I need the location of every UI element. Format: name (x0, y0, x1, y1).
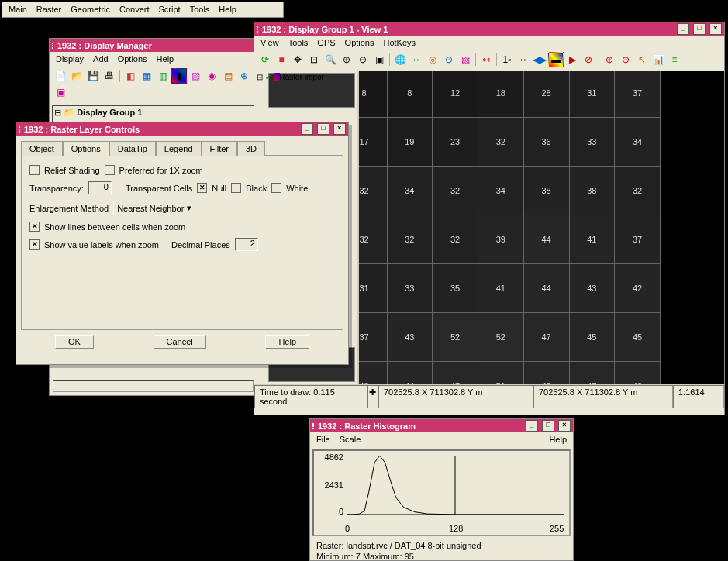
target-out-icon[interactable]: ⊖ (618, 52, 633, 67)
view-titlebar[interactable]: 1932 : Display Group 1 - View 1 _ □ × (254, 22, 724, 36)
new-icon[interactable]: 📄 (53, 68, 68, 84)
hist-menu-help[interactable]: Help (549, 435, 567, 444)
view-menu-view[interactable]: View (260, 38, 279, 47)
rlc-close-icon[interactable]: × (333, 123, 346, 135)
hist-minimize-icon[interactable]: _ (526, 420, 538, 432)
tab-options[interactable]: Options (63, 141, 109, 156)
view-menu-tools[interactable]: Tools (288, 38, 309, 47)
enlargement-dropdown[interactable]: Nearest Neighbor ▾ (113, 201, 195, 215)
add-layer-icon[interactable]: ◧ (122, 68, 138, 84)
menu-main[interactable]: Main (9, 5, 27, 14)
blue-arrow-icon[interactable]: ◀▶ (532, 52, 547, 67)
pref-zoom-checkbox[interactable] (105, 165, 115, 175)
palette2-icon[interactable]: ▬ (548, 52, 564, 67)
geolock-icon[interactable]: ⊙ (441, 52, 457, 67)
tree-group-label[interactable]: Display Group 1 (77, 108, 142, 117)
sync-icon[interactable]: ↔ (409, 52, 424, 67)
minimize-icon[interactable]: _ (677, 23, 689, 35)
black-checkbox[interactable] (231, 183, 241, 193)
view-menu-hotkeys[interactable]: HotKeys (384, 38, 416, 47)
tab-filter[interactable]: Filter (202, 141, 237, 156)
open-icon[interactable]: 📂 (69, 68, 85, 84)
zoom-in-icon[interactable]: ⊕ (339, 52, 354, 67)
zoom-prev-icon[interactable]: 🔍 (323, 52, 338, 67)
tab-legend[interactable]: Legend (156, 141, 202, 156)
region-icon[interactable]: ▧ (188, 68, 203, 84)
dm-h-scrollbar[interactable] (53, 380, 254, 392)
hist-close-icon[interactable]: × (558, 420, 571, 432)
palette-icon[interactable]: ▮ (171, 68, 187, 84)
tab-object[interactable]: Object (21, 141, 63, 156)
zoom-box-icon[interactable]: ▣ (371, 52, 387, 67)
stop-icon[interactable]: ■ (274, 52, 289, 67)
cell-value: 31 (569, 71, 615, 118)
thumb-expand-icon[interactable]: ⊟ (257, 73, 263, 81)
status-draw-time: Time to draw: 0.115 second (254, 385, 367, 408)
menu-help[interactable]: Help (219, 5, 236, 14)
hist-menu-scale[interactable]: Scale (340, 435, 361, 444)
arrow-left-icon[interactable]: ↤ (478, 52, 494, 67)
display-manager-titlebar[interactable]: 1932 : Display Manager (50, 39, 257, 52)
ok-button[interactable]: OK (55, 335, 94, 349)
add-group-icon[interactable]: ▥ (155, 68, 171, 84)
cancel-button[interactable]: Cancel (154, 335, 206, 349)
thumb-check-icon[interactable]: ✔ (265, 73, 271, 81)
menu-geometric[interactable]: Geometric (71, 5, 110, 14)
dm-menu-help[interactable]: Help (157, 54, 174, 64)
show-lines-checkbox[interactable]: ✕ (29, 222, 40, 232)
nodata-icon[interactable]: ⊘ (581, 52, 596, 67)
dm-menu-options[interactable]: Options (118, 54, 147, 64)
locator-icon[interactable]: ◎ (425, 52, 440, 67)
layers-icon[interactable]: ≡ (667, 52, 682, 67)
hist-titlebar[interactable]: 1932 : Raster Histogram _ □ × (310, 419, 573, 432)
cube-icon[interactable]: ▣ (53, 84, 68, 100)
zoom-full-icon[interactable]: ⊡ (306, 52, 322, 67)
pointer-icon[interactable]: ↖ (634, 52, 650, 67)
rlc-titlebar[interactable]: 1932 : Raster Layer Controls _ □ × (16, 122, 348, 136)
grid-icon[interactable]: ▤ (220, 68, 236, 84)
tab-3d[interactable]: 3D (237, 141, 265, 156)
hist-xtick-1: 128 (449, 524, 463, 533)
menu-tools[interactable]: Tools (190, 5, 210, 14)
globe2-icon[interactable]: 🌐 (392, 52, 408, 67)
view-menu-gps[interactable]: GPS (317, 38, 335, 47)
scalebar-icon[interactable]: ↔ (516, 52, 531, 67)
menu-convert[interactable]: Convert (119, 5, 150, 14)
close-icon[interactable]: × (709, 23, 722, 35)
dm-menu-display[interactable]: Display (56, 54, 84, 64)
help-button[interactable]: Help (265, 335, 309, 349)
transparency-field[interactable]: 0 (88, 181, 112, 194)
tree-expand-icon[interactable]: ⊟ (54, 108, 64, 117)
zoom-out-icon[interactable]: ⊖ (355, 52, 371, 67)
hist-menubar: File Scale Help (310, 432, 573, 447)
white-checkbox[interactable] (271, 183, 281, 193)
show-values-checkbox[interactable]: ✕ (29, 239, 40, 250)
snapshot-icon[interactable]: ▧ (457, 52, 473, 67)
null-checkbox[interactable]: ✕ (197, 183, 207, 193)
save-icon[interactable]: 💾 (85, 68, 101, 84)
maximize-icon[interactable]: □ (693, 23, 706, 35)
menu-script[interactable]: Script (159, 5, 181, 14)
dm-menu-add[interactable]: Add (93, 54, 109, 64)
print-icon[interactable]: 🖶 (102, 68, 117, 84)
pan-icon[interactable]: ✥ (290, 52, 305, 67)
add-raster-icon[interactable]: ▦ (139, 68, 154, 84)
tab-datatip[interactable]: DataTip (109, 141, 156, 156)
triangle-icon[interactable]: ▶ (564, 52, 580, 67)
relief-shading-checkbox[interactable] (29, 165, 40, 175)
rlc-minimize-icon[interactable]: _ (301, 123, 313, 135)
rlc-maximize-icon[interactable]: □ (317, 123, 329, 135)
chart-icon[interactable]: 📊 (650, 52, 666, 67)
view-menu-options[interactable]: Options (345, 38, 374, 47)
refresh-icon[interactable]: ⟳ (257, 52, 273, 67)
status-cross-icon[interactable]: ✚ (367, 385, 378, 408)
hist-maximize-icon[interactable]: □ (542, 420, 554, 432)
zoom1x-icon[interactable]: 1▫ (499, 52, 515, 67)
menu-raster[interactable]: Raster (36, 5, 61, 14)
globe-icon[interactable]: ⊕ (236, 68, 252, 84)
raster-cell-grid[interactable]: 9881218283137161719233236333432323432343… (359, 71, 724, 384)
hist-menu-file[interactable]: File (316, 435, 330, 444)
target-in-icon[interactable]: ⊕ (602, 52, 617, 67)
decimal-places-field[interactable]: 2 (235, 238, 258, 251)
contour-icon[interactable]: ◉ (204, 68, 219, 84)
